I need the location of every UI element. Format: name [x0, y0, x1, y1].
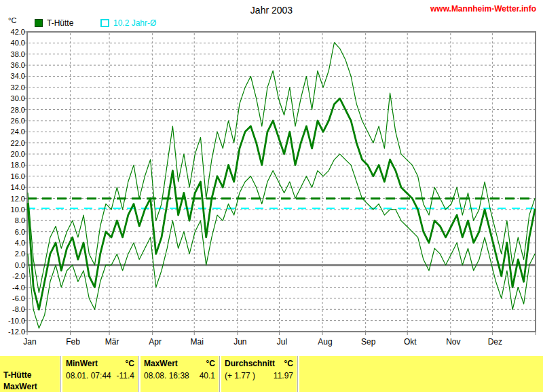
- minwert-header: MinWert: [66, 359, 98, 368]
- y-tick-label: 20.0: [11, 150, 25, 158]
- x-tick-label: Mär: [105, 337, 119, 347]
- row-label-sensor: T-Hütte: [3, 368, 56, 380]
- y-tick-label: 6.0: [15, 228, 25, 236]
- y-tick-label: 24.0: [11, 128, 25, 136]
- x-tick-label: Dez: [488, 337, 502, 347]
- y-tick-label: 14.0: [11, 183, 25, 191]
- y-tick-label: 26.0: [11, 117, 25, 125]
- y-tick-label: 22.0: [11, 139, 25, 147]
- y-tick-label: 34.0: [11, 72, 25, 80]
- y-tick-label: 2.0: [15, 250, 25, 258]
- plot-border: [27, 32, 536, 332]
- legend-swatch-cyan-icon: [100, 19, 109, 27]
- table-cell-minwert: MinWert °C 08.01. 07:44 -11.4: [62, 356, 138, 392]
- legend-swatch-green-icon: [35, 19, 43, 27]
- summary-table: T-Hütte MaxWert MinWert °C 08.01. 07:44 …: [0, 355, 543, 392]
- y-tick-label: 8.0: [15, 216, 25, 224]
- site-link[interactable]: www.Mannheim-Wetter.info: [430, 4, 536, 14]
- row-label-metric: MaxWert: [3, 380, 56, 391]
- durchschnitt-value: 11.97: [274, 371, 293, 380]
- maxwert-datetime: 08.08. 16:38: [144, 371, 189, 380]
- minwert-unit: °C: [126, 359, 134, 368]
- maxwert-value: 40.1: [200, 371, 215, 380]
- y-tick-label: 16.0: [11, 172, 25, 180]
- series-daily-max-line: [28, 43, 535, 293]
- x-tick-label: Jan: [23, 337, 36, 347]
- temperature-chart: -12.0-10.0-8.0-6.0-4.0-2.00.02.04.06.08.…: [0, 0, 543, 353]
- y-tick-label: -12.0: [8, 328, 25, 336]
- y-tick-label: 30.0: [11, 94, 25, 102]
- table-cell-empty: [299, 356, 543, 392]
- minwert-value: -11.4: [117, 371, 134, 380]
- y-tick-label: 12.0: [11, 195, 25, 203]
- minwert-datetime: 08.01. 07:44: [66, 371, 111, 380]
- x-tick-label: Aug: [318, 337, 332, 347]
- y-axis-unit-label: °C: [8, 16, 16, 24]
- durchschnitt-unit: °C: [284, 359, 293, 368]
- legend-label-thuette: T-Hütte: [47, 18, 73, 28]
- y-tick-label: 36.0: [11, 61, 25, 69]
- durchschnitt-anomaly: (+ 1.77 ): [225, 371, 255, 380]
- maxwert-unit: °C: [206, 359, 215, 368]
- y-tick-label: 38.0: [11, 50, 25, 58]
- y-tick-label: 10.0: [11, 205, 25, 214]
- y-tick-label: -4.0: [12, 283, 25, 292]
- y-tick-label: -6.0: [12, 294, 25, 302]
- y-tick-label: 32.0: [11, 83, 25, 92]
- y-tick-label: 18.0: [11, 161, 25, 169]
- table-cell-row-label: T-Hütte MaxWert: [0, 356, 60, 392]
- x-tick-label: Jun: [233, 337, 246, 347]
- x-tick-label: Feb: [66, 337, 80, 347]
- legend-item-thuette: T-Hütte: [35, 18, 73, 28]
- legend-label-longterm-average: 10.2 Jahr-Ø: [113, 18, 156, 28]
- y-tick-label: -8.0: [12, 305, 25, 313]
- x-tick-label: Mai: [191, 337, 204, 347]
- y-tick-label: 42.0: [11, 28, 25, 36]
- y-tick-label: 40.0: [11, 39, 25, 47]
- table-cell-durchschnitt: Durchschnitt °C (+ 1.77 ) 11.97: [221, 356, 297, 392]
- y-tick-label: -10.0: [8, 317, 25, 325]
- series-daily-mean-line: [28, 98, 535, 309]
- durchschnitt-header: Durchschnitt: [225, 359, 275, 368]
- y-tick-label: 0.0: [15, 261, 25, 269]
- x-tick-label: Jul: [277, 337, 287, 347]
- x-tick-label: Apr: [149, 337, 162, 347]
- legend-item-longterm-average: 10.2 Jahr-Ø: [100, 18, 156, 28]
- y-tick-label: -2.0: [12, 272, 25, 280]
- maxwert-header: MaxWert: [144, 359, 178, 368]
- weather-chart-page: -12.0-10.0-8.0-6.0-4.0-2.00.02.04.06.08.…: [0, 0, 543, 392]
- table-cell-maxwert: MaxWert °C 08.08. 16:38 40.1: [141, 356, 219, 392]
- x-tick-label: Nov: [446, 337, 460, 347]
- y-tick-label: 28.0: [11, 106, 25, 114]
- x-tick-label: Okt: [404, 337, 417, 347]
- x-tick-label: Sep: [361, 337, 376, 347]
- y-tick-label: 4.0: [15, 239, 25, 247]
